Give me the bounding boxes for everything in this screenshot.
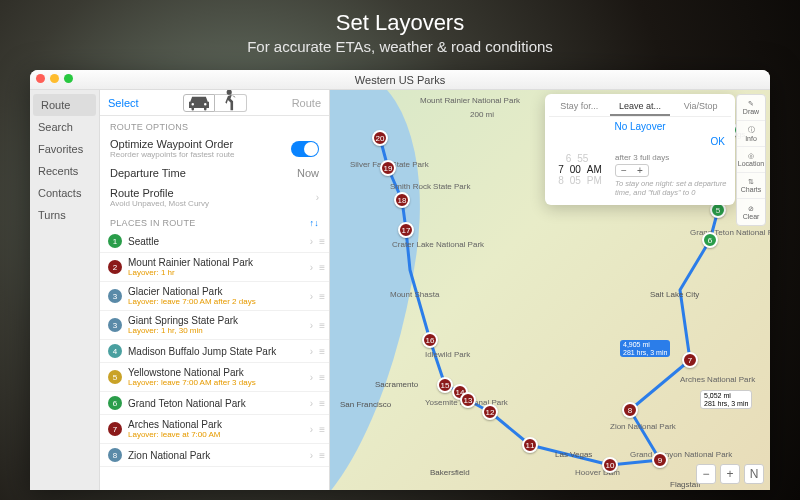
charts-icon: ⇅ (748, 178, 754, 186)
map-waypoint[interactable]: 8 (622, 402, 638, 418)
place-name: Glacier National Park (128, 286, 304, 297)
map-waypoint[interactable]: 10 (602, 457, 618, 473)
map-waypoint[interactable]: 18 (394, 192, 410, 208)
map-waypoint[interactable]: 9 (652, 452, 668, 468)
charts-tool[interactable]: ⇅Charts (737, 173, 765, 199)
sidebar-item-route[interactable]: Route (33, 94, 96, 116)
draw-icon: ✎ (748, 100, 754, 108)
drag-handle-icon[interactable]: ≡ (319, 346, 323, 357)
drag-handle-icon[interactable]: ≡ (319, 236, 323, 247)
sidebar-item-recents[interactable]: Recents (30, 160, 99, 182)
map-waypoint[interactable]: 19 (380, 160, 396, 176)
select-tab[interactable]: Select (100, 90, 147, 115)
map-waypoint[interactable]: 16 (422, 332, 438, 348)
sidebar-item-contacts[interactable]: Contacts (30, 182, 99, 204)
departure-time-row[interactable]: Departure Time Now (100, 163, 329, 183)
map-label: Mount Shasta (390, 290, 439, 299)
optimize-toggle[interactable] (291, 141, 319, 157)
sidebar-item-favorites[interactable]: Favorites (30, 138, 99, 160)
ok-button[interactable]: OK (549, 136, 731, 149)
chevron-right-icon: › (310, 450, 313, 461)
zoom-icon[interactable] (64, 74, 73, 83)
sort-icon[interactable]: ↑↓ (309, 218, 319, 228)
place-row[interactable]: 6Grand Teton National Park›≡ (100, 392, 329, 415)
drag-handle-icon[interactable]: ≡ (319, 424, 323, 435)
place-name: Giant Springs State Park (128, 315, 304, 326)
map-waypoint[interactable]: 17 (398, 222, 414, 238)
place-row[interactable]: 3Giant Springs State ParkLayover: 1 hr, … (100, 311, 329, 340)
map-label: Arches National Park (680, 375, 755, 384)
drag-handle-icon[interactable]: ≡ (319, 291, 323, 302)
popover-tab[interactable]: Leave at... (610, 98, 671, 116)
distance-primary-badge: 4,905 mi281 hrs, 3 min (620, 340, 670, 357)
window-titlebar: Western US Parks (30, 70, 770, 90)
route-profile-row[interactable]: Route Profile Avoid Unpaved, Most Curvy … (100, 183, 329, 212)
clear-tool[interactable]: ⊘Clear (737, 199, 765, 225)
car-icon[interactable] (183, 94, 215, 112)
walk-icon[interactable] (215, 94, 247, 112)
place-row[interactable]: 7Arches National ParkLayover: leave at 7… (100, 415, 329, 444)
map-waypoint[interactable]: 13 (460, 392, 476, 408)
place-row[interactable]: 4Madison Buffalo Jump State Park›≡ (100, 340, 329, 363)
no-layover-link[interactable]: No Layover (549, 117, 731, 136)
hero-title: Set Layovers (0, 0, 800, 36)
chevron-right-icon: › (310, 346, 313, 357)
departure-label: Departure Time (110, 167, 186, 179)
close-icon[interactable] (36, 74, 45, 83)
map-waypoint[interactable]: 11 (522, 437, 538, 453)
popover-tab[interactable]: Via/Stop (670, 98, 731, 116)
chevron-right-icon: › (310, 262, 313, 273)
window-title: Western US Parks (355, 74, 445, 86)
route-options-header: ROUTE OPTIONS (100, 116, 329, 134)
chevron-right-icon: › (316, 192, 319, 203)
map-label: Idlewild Park (425, 350, 470, 359)
map-label: Grand Canyon National Park (630, 450, 732, 459)
place-name: Grand Teton National Park (128, 398, 304, 409)
chevron-right-icon: › (310, 398, 313, 409)
map-label: Mount Rainier National Park (420, 96, 520, 105)
map-view[interactable]: Mount Rainier National ParkSilver Falls … (330, 90, 770, 490)
place-row[interactable]: 2Mount Rainier National ParkLayover: 1 h… (100, 253, 329, 282)
map-waypoint[interactable]: 15 (437, 377, 453, 393)
waypoint-badge: 6 (108, 396, 122, 410)
drag-handle-icon[interactable]: ≡ (319, 320, 323, 331)
app-window: Western US Parks RouteSearchFavoritesRec… (30, 70, 770, 490)
place-row[interactable]: 8Zion National Park›≡ (100, 444, 329, 467)
map-waypoint[interactable]: 20 (372, 130, 388, 146)
place-row[interactable]: 1Seattle›≡ (100, 230, 329, 253)
draw-tool[interactable]: ✎Draw (737, 95, 765, 121)
drag-handle-icon[interactable]: ≡ (319, 398, 323, 409)
map-label: Crater Lake National Park (392, 240, 484, 249)
popover-tab[interactable]: Stay for... (549, 98, 610, 116)
place-row[interactable]: 3Glacier National ParkLayover: leave 7:0… (100, 282, 329, 311)
transport-segmented[interactable] (147, 94, 284, 112)
zoom-in-button[interactable]: + (720, 464, 740, 484)
sidebar-item-search[interactable]: Search (30, 116, 99, 138)
popover-tabs: Stay for...Leave at...Via/Stop (549, 98, 731, 117)
time-wheel[interactable]: 655700AM805PM (551, 153, 609, 197)
traffic-lights[interactable] (36, 74, 73, 83)
compass-button[interactable]: N (744, 464, 764, 484)
days-stepper[interactable]: −+ (615, 164, 649, 177)
sidebar: RouteSearchFavoritesRecentsContactsTurns (30, 90, 100, 490)
profile-label: Route Profile (110, 187, 209, 199)
map-label: Las Vegas (555, 450, 592, 459)
minimize-icon[interactable] (50, 74, 59, 83)
route-tab[interactable]: Route (284, 90, 329, 115)
sidebar-item-turns[interactable]: Turns (30, 204, 99, 226)
drag-handle-icon[interactable]: ≡ (319, 450, 323, 461)
zoom-out-button[interactable]: − (696, 464, 716, 484)
drag-handle-icon[interactable]: ≡ (319, 372, 323, 383)
map-waypoint[interactable]: 12 (482, 404, 498, 420)
optimize-waypoint-row[interactable]: Optimize Waypoint Order Reorder waypoint… (100, 134, 329, 163)
place-layover: Layover: 1 hr (128, 268, 304, 277)
info-tool[interactable]: ⓘInfo (737, 121, 765, 147)
map-waypoint[interactable]: 7 (682, 352, 698, 368)
distance-secondary-badge: 5,052 mi281 hrs, 3 min (700, 390, 752, 409)
clear-icon: ⊘ (748, 205, 754, 213)
drag-handle-icon[interactable]: ≡ (319, 262, 323, 273)
location-tool[interactable]: ◎Location (737, 147, 765, 173)
place-row[interactable]: 5Yellowstone National ParkLayover: leave… (100, 363, 329, 392)
map-waypoint[interactable]: 6 (702, 232, 718, 248)
map-label: 200 mi (470, 110, 494, 119)
